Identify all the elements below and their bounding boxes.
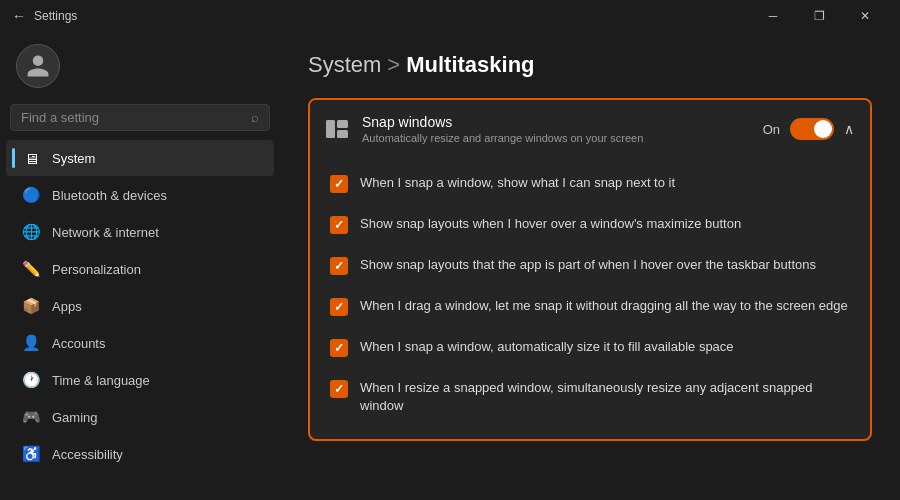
snap-checkbox-5[interactable] bbox=[330, 339, 348, 357]
sidebar-item-personalization[interactable]: ✏️Personalization bbox=[6, 251, 274, 287]
search-input[interactable] bbox=[21, 110, 243, 125]
user-section bbox=[0, 32, 280, 104]
sidebar-item-gaming[interactable]: 🎮Gaming bbox=[6, 399, 274, 435]
snap-options-list: When I snap a window, show what I can sn… bbox=[310, 158, 870, 439]
toggle-label: On bbox=[763, 122, 780, 137]
restore-button[interactable]: ❐ bbox=[796, 0, 842, 32]
snap-option-text-3: Show snap layouts that the app is part o… bbox=[360, 256, 816, 274]
sidebar-item-accessibility[interactable]: ♿Accessibility bbox=[6, 436, 274, 472]
sidebar-item-label-network: Network & internet bbox=[52, 225, 159, 240]
snap-subtitle: Automatically resize and arrange windows… bbox=[362, 132, 643, 144]
system-icon: 🖥 bbox=[22, 149, 40, 167]
avatar bbox=[16, 44, 60, 88]
accessibility-icon: ♿ bbox=[22, 445, 40, 463]
snap-toggle[interactable] bbox=[790, 118, 834, 140]
snap-header-right: On ∧ bbox=[763, 118, 854, 140]
sidebar-item-label-accessibility: Accessibility bbox=[52, 447, 123, 462]
snap-option-text-2: Show snap layouts when I hover over a wi… bbox=[360, 215, 741, 233]
user-avatar-icon bbox=[25, 53, 51, 79]
svg-rect-0 bbox=[326, 120, 335, 138]
sidebar-item-bluetooth[interactable]: 🔵Bluetooth & devices bbox=[6, 177, 274, 213]
snap-title: Snap windows bbox=[362, 114, 643, 130]
breadcrumb-current: Multitasking bbox=[406, 52, 534, 78]
bluetooth-icon: 🔵 bbox=[22, 186, 40, 204]
personalization-icon: ✏️ bbox=[22, 260, 40, 278]
breadcrumb-parent: System bbox=[308, 52, 381, 78]
snap-option-6: When I resize a snapped window, simultan… bbox=[326, 369, 854, 425]
snap-option-1: When I snap a window, show what I can sn… bbox=[326, 164, 854, 203]
titlebar-left: ← Settings bbox=[12, 8, 77, 24]
snap-option-text-5: When I snap a window, automatically size… bbox=[360, 338, 734, 356]
snap-option-2: Show snap layouts when I hover over a wi… bbox=[326, 205, 854, 244]
sidebar-item-label-personalization: Personalization bbox=[52, 262, 141, 277]
snap-windows-panel: Snap windows Automatically resize and ar… bbox=[308, 98, 872, 441]
breadcrumb: System > Multitasking bbox=[308, 52, 872, 78]
sidebar-item-apps[interactable]: 📦Apps bbox=[6, 288, 274, 324]
svg-rect-1 bbox=[337, 120, 348, 128]
expand-chevron-icon[interactable]: ∧ bbox=[844, 121, 854, 137]
sidebar-item-label-accounts: Accounts bbox=[52, 336, 105, 351]
snap-option-text-4: When I drag a window, let me snap it wit… bbox=[360, 297, 848, 315]
accounts-icon: 👤 bbox=[22, 334, 40, 352]
snap-option-3: Show snap layouts that the app is part o… bbox=[326, 246, 854, 285]
snap-header-left: Snap windows Automatically resize and ar… bbox=[326, 114, 643, 144]
apps-icon: 📦 bbox=[22, 297, 40, 315]
snap-option-4: When I drag a window, let me snap it wit… bbox=[326, 287, 854, 326]
snap-checkbox-3[interactable] bbox=[330, 257, 348, 275]
active-indicator bbox=[12, 148, 15, 168]
page-header: System > Multitasking bbox=[308, 52, 872, 78]
sidebar-item-network[interactable]: 🌐Network & internet bbox=[6, 214, 274, 250]
snap-option-text-6: When I resize a snapped window, simultan… bbox=[360, 379, 850, 415]
titlebar: ← Settings ─ ❐ ✕ bbox=[0, 0, 900, 32]
window-controls: ─ ❐ ✕ bbox=[750, 0, 888, 32]
snap-option-5: When I snap a window, automatically size… bbox=[326, 328, 854, 367]
sidebar-item-label-apps: Apps bbox=[52, 299, 82, 314]
minimize-button[interactable]: ─ bbox=[750, 0, 796, 32]
snap-checkbox-4[interactable] bbox=[330, 298, 348, 316]
app-title: Settings bbox=[34, 9, 77, 23]
sidebar-item-label-bluetooth: Bluetooth & devices bbox=[52, 188, 167, 203]
network-icon: 🌐 bbox=[22, 223, 40, 241]
back-icon: ← bbox=[12, 8, 26, 24]
nav-list: 🖥System🔵Bluetooth & devices🌐Network & in… bbox=[0, 139, 280, 473]
time-icon: 🕐 bbox=[22, 371, 40, 389]
sidebar-item-accounts[interactable]: 👤Accounts bbox=[6, 325, 274, 361]
snap-header: Snap windows Automatically resize and ar… bbox=[310, 100, 870, 158]
gaming-icon: 🎮 bbox=[22, 408, 40, 426]
snap-checkbox-6[interactable] bbox=[330, 380, 348, 398]
sidebar-item-label-system: System bbox=[52, 151, 95, 166]
close-button[interactable]: ✕ bbox=[842, 0, 888, 32]
sidebar-item-system[interactable]: 🖥System bbox=[6, 140, 274, 176]
sidebar-item-time[interactable]: 🕐Time & language bbox=[6, 362, 274, 398]
snap-title-group: Snap windows Automatically resize and ar… bbox=[362, 114, 643, 144]
snap-option-text-1: When I snap a window, show what I can sn… bbox=[360, 174, 675, 192]
search-box[interactable]: ⌕ bbox=[10, 104, 270, 131]
breadcrumb-chevron: > bbox=[387, 52, 400, 78]
sidebar: ⌕ 🖥System🔵Bluetooth & devices🌐Network & … bbox=[0, 32, 280, 500]
snap-checkbox-2[interactable] bbox=[330, 216, 348, 234]
back-button[interactable]: ← bbox=[12, 8, 26, 24]
snap-windows-icon bbox=[326, 118, 348, 140]
svg-rect-2 bbox=[337, 130, 348, 138]
sidebar-item-label-gaming: Gaming bbox=[52, 410, 98, 425]
content-area: System > Multitasking bbox=[280, 32, 900, 500]
snap-checkbox-1[interactable] bbox=[330, 175, 348, 193]
app-body: ⌕ 🖥System🔵Bluetooth & devices🌐Network & … bbox=[0, 32, 900, 500]
search-icon: ⌕ bbox=[251, 110, 259, 125]
sidebar-item-label-time: Time & language bbox=[52, 373, 150, 388]
